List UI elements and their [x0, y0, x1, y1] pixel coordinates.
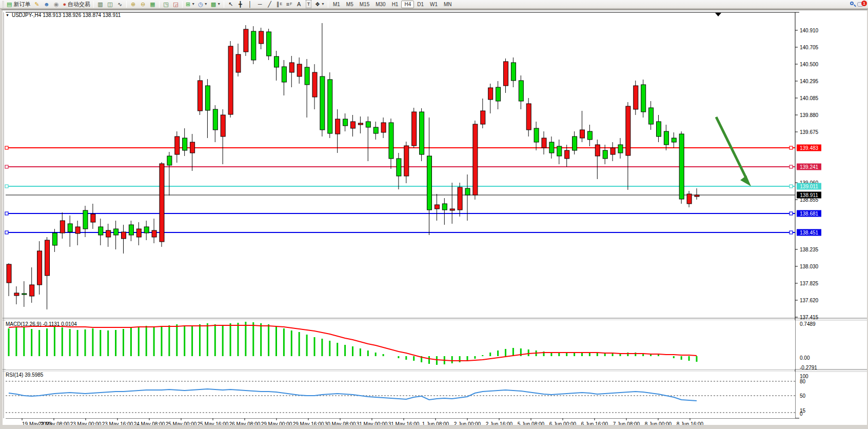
rsi-axis-label: 0 — [800, 411, 803, 417]
arrows-button[interactable]: ❖▼ — [313, 1, 326, 8]
timeframe-button-m1[interactable]: M1 — [330, 1, 343, 8]
crosshair-button[interactable]: ╋ — [235, 1, 245, 8]
horizontal-line-button[interactable]: ─ — [255, 1, 265, 8]
chart-plot-area[interactable]: 140.910140.705140.500140.295140.085139.8… — [3, 10, 867, 425]
auto-scroll-button[interactable]: ◳ — [161, 1, 171, 8]
price-axis-label: 137.825 — [800, 281, 819, 286]
price-axis-label: 139.675 — [800, 129, 819, 135]
timeframe-button-h4[interactable]: H4 — [401, 1, 414, 8]
line-chart-button[interactable]: ∿ — [115, 1, 125, 8]
chart-shift-button[interactable]: ◲ — [171, 1, 181, 8]
new-order-button-label: 新订单 — [13, 1, 30, 8]
templates-glyph: ▩ — [211, 1, 216, 8]
expert-advisor-icon[interactable]: ☻ — [42, 1, 51, 8]
trendline-button[interactable]: ╱ — [265, 1, 274, 8]
autotrading-glyph: ● — [63, 1, 66, 8]
vertical-line-button[interactable]: │ — [245, 1, 255, 8]
candle-body — [106, 230, 111, 237]
candle-body — [152, 230, 156, 237]
candlestick-chart-button[interactable]: ◫ — [105, 1, 115, 8]
line-handle[interactable] — [5, 212, 8, 215]
dropdown-arrow-icon[interactable]: ▼ — [217, 1, 221, 8]
timeframe-button-mn[interactable]: MN — [441, 1, 455, 8]
line-handle[interactable] — [5, 165, 8, 168]
symbol-dropdown-icon[interactable]: ▼ — [6, 13, 9, 17]
periods-button[interactable]: ◷▼ — [196, 1, 209, 8]
tile-windows-button[interactable]: ▦ — [148, 1, 157, 8]
candle-body — [183, 138, 187, 150]
price-badge-label: 139.483 — [800, 145, 819, 151]
candle-body — [205, 86, 210, 110]
new-order-button[interactable]: ▤新订单 — [5, 1, 32, 8]
zoom-in-button[interactable]: ⊕ — [128, 1, 138, 8]
mt4-terminal: ▤新订单✎☻◉●自动交易▥◫∿⊕⊖▦◳◲⊞▼◷▼▩▼↖╋│─╱∥E≡FAT❖▼M… — [0, 0, 868, 429]
candle-body — [236, 54, 241, 72]
templates-button[interactable]: ▩▼ — [209, 1, 222, 8]
rsi-indicator-label: RSI(14) 39.5985 — [6, 372, 43, 378]
candle-body — [37, 251, 42, 285]
candle-body — [481, 111, 485, 124]
dropdown-arrow-icon[interactable]: ▼ — [204, 1, 208, 8]
dropdown-arrow-icon[interactable]: ▼ — [191, 1, 195, 8]
time-axis-label: 8 Jun 16:00 — [677, 421, 704, 425]
candle-body — [7, 264, 11, 283]
candle-body — [465, 188, 470, 195]
channel-button[interactable]: ∥E — [274, 1, 284, 8]
line-handle[interactable] — [790, 146, 793, 149]
line-handle[interactable] — [790, 165, 793, 168]
crayon-icon[interactable]: ✎ — [32, 1, 42, 8]
line-handle[interactable] — [5, 231, 8, 234]
candle-body — [695, 195, 699, 197]
timeframe-button-m30[interactable]: M30 — [372, 1, 388, 8]
cursor-button[interactable]: ↖ — [226, 1, 235, 8]
signals-icon[interactable]: ◉ — [51, 1, 61, 8]
candle-body — [389, 123, 393, 159]
rsi-axis-label: 50 — [800, 393, 806, 399]
candle-body — [381, 123, 386, 132]
time-axis-label: 26 May 08:00 — [229, 421, 261, 425]
line-handle[interactable] — [790, 185, 793, 188]
timeframe-button-h1[interactable]: H1 — [389, 1, 402, 8]
candle-body — [221, 115, 225, 136]
candle-body — [30, 285, 34, 296]
timeframe-button-d1[interactable]: D1 — [414, 1, 427, 8]
candle-body — [587, 131, 592, 140]
rsi-axis-label: 80 — [800, 379, 806, 384]
timeframe-button-m15[interactable]: M15 — [357, 1, 372, 8]
candle-body — [534, 128, 539, 142]
candle-body — [549, 142, 554, 153]
time-axis-label: 5 Jun 08:00 — [518, 421, 545, 425]
candle-body — [75, 227, 80, 233]
timeframe-button-w1[interactable]: W1 — [427, 1, 441, 8]
toolbar-separator — [328, 1, 328, 8]
line-handle[interactable] — [790, 231, 793, 234]
autotrading-button[interactable]: ●自动交易 — [61, 1, 92, 8]
rsi-pane[interactable] — [6, 372, 795, 418]
line-handle[interactable] — [5, 185, 8, 188]
candle-body — [664, 131, 668, 145]
chart-canvas[interactable]: 140.910140.705140.500140.295140.085139.8… — [3, 10, 867, 425]
bar-chart-button[interactable]: ▥ — [95, 1, 105, 8]
search-icon[interactable] — [849, 1, 857, 8]
line-handle[interactable] — [5, 146, 8, 149]
price-axis-label: 140.295 — [800, 79, 819, 84]
timeframe-button-m5[interactable]: M5 — [343, 1, 357, 8]
fibonacci-button[interactable]: ≡F — [284, 1, 294, 8]
zoom-out-button[interactable]: ⊖ — [138, 1, 148, 8]
dropdown-arrow-icon[interactable]: ▼ — [321, 1, 325, 8]
candle-body — [504, 62, 508, 86]
chat-notification-icon[interactable]: 1 — [857, 1, 867, 8]
candle-body — [190, 142, 195, 153]
new-chart-button[interactable]: ⊞▼ — [184, 1, 196, 8]
candle-body — [60, 221, 65, 233]
chart-window: 140.910140.705140.500140.295140.085139.8… — [0, 9, 868, 427]
price-axis-label: 138.030 — [800, 264, 819, 269]
candle-body — [122, 232, 126, 239]
time-axis-label: 2 Jun 16:00 — [486, 421, 513, 425]
macd-indicator-label: MACD(12,26,9) -0.1131 0.0104 — [6, 321, 77, 327]
text-button[interactable]: A — [294, 1, 304, 8]
candle-body — [267, 32, 271, 56]
text-label-button[interactable]: T — [304, 1, 313, 8]
line-handle[interactable] — [790, 212, 793, 215]
time-axis-label: 23 May 00:00 — [70, 421, 102, 425]
